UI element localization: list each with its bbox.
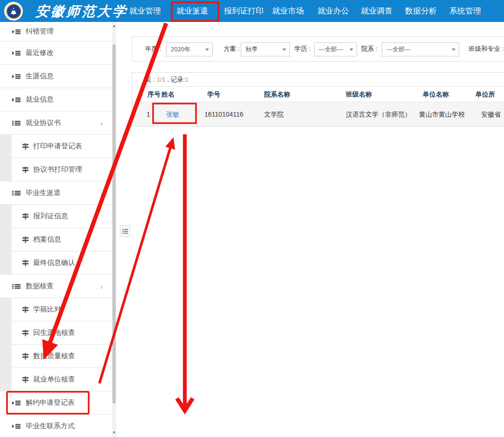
sidebar-item-label: 最近修改 bbox=[26, 49, 54, 57]
sidebar-item-student-source-info[interactable]: 生源信息 bbox=[0, 65, 112, 88]
list-icon bbox=[12, 120, 21, 126]
sidebar-collapse-handle[interactable] bbox=[120, 225, 130, 237]
col-header-department: 院系名称 bbox=[264, 87, 290, 102]
chevron-right-icon: › bbox=[100, 189, 103, 197]
scroll-up-icon[interactable]: ▲ bbox=[112, 23, 116, 29]
sidebar-item-data-quality-check[interactable]: 数据质量核查 bbox=[12, 345, 112, 368]
table-row: 1 张敏 16110104116 文学院 汉语言文学（非师范） 黄山市黄山学校 … bbox=[132, 102, 504, 127]
list-arrow-icon bbox=[12, 400, 21, 406]
cell-department: 文学院 bbox=[264, 102, 284, 127]
student-name-link[interactable]: 张敏 bbox=[166, 102, 179, 127]
sidebar-item-registration-card-info[interactable]: 报到证信息 bbox=[12, 205, 112, 228]
sidebar-item-print-application-form[interactable]: 打印申请登记表 bbox=[12, 135, 112, 158]
sidebar-item-label: 生源信息 bbox=[26, 72, 54, 81]
nav-employment-dispatch[interactable]: 就业派遣 bbox=[176, 0, 208, 22]
milestone-icon bbox=[22, 260, 29, 266]
degree-select-value: ---全部--- bbox=[319, 46, 343, 53]
col-header-employer: 单位名称 bbox=[423, 87, 449, 102]
nav-data-analysis[interactable]: 数据分析 bbox=[405, 0, 437, 22]
milestone-icon bbox=[22, 143, 29, 150]
milestone-icon bbox=[22, 166, 29, 173]
nav-employment-survey[interactable]: 就业调查 bbox=[361, 0, 392, 22]
sidebar-item-agreement-print-management[interactable]: 协议书打印管理 bbox=[12, 158, 112, 181]
nav-employment-management[interactable]: 就业管理 bbox=[129, 0, 161, 22]
records-count: 1 bbox=[185, 76, 189, 83]
sidebar-item-label: 报到证信息 bbox=[33, 212, 68, 221]
degree-filter-label: 学历 : bbox=[294, 37, 311, 61]
sidebar-item-data-verification[interactable]: 数据核查 › bbox=[0, 275, 112, 298]
table-header-row: 序号 姓名 学号 院系名称 班级名称 单位名称 单位所 bbox=[132, 87, 504, 102]
sidebar-item-student-status-comparison[interactable]: 学籍比对 bbox=[12, 298, 112, 321]
sidebar-menu: 纠错管理 最近修改 生源信息 就业信息 就业协议书 › 打印申请登记表 协议书打… bbox=[0, 22, 112, 437]
plan-filter-label: 方案 : bbox=[224, 37, 240, 61]
cell-index: 1 bbox=[147, 102, 150, 127]
scrollbar-thumb[interactable] bbox=[112, 44, 116, 403]
top-navigation-bar: 安徽师范大学 就业管理 就业派遣 报到证打印 就业市场 就业办公 就业调查 数据… bbox=[0, 0, 504, 22]
cell-student-id: 16110104116 bbox=[204, 102, 244, 127]
cell-employer-location: 安徽省 bbox=[481, 102, 501, 127]
list-arrow-icon bbox=[12, 28, 21, 35]
nav-system-management[interactable]: 系统管理 bbox=[449, 0, 481, 22]
filter-panel: 年度 : 2020年 方案 : 秋季 学历 : ---全部--- 院系 : --… bbox=[132, 36, 504, 62]
nav-job-market[interactable]: 就业市场 bbox=[272, 0, 304, 22]
degree-select[interactable]: ---全部--- bbox=[314, 42, 357, 56]
list-icon bbox=[12, 190, 21, 196]
sidebar-item-label: 数据核查 bbox=[26, 282, 54, 291]
year-select[interactable]: 2020年 bbox=[166, 42, 213, 56]
milestone-icon bbox=[22, 376, 29, 383]
sidebar-item-final-info-confirmation[interactable]: 最终信息确认 bbox=[12, 251, 112, 275]
sidebar-item-label: 解约申请登记表 bbox=[26, 398, 75, 407]
dropdown-arrow-icon bbox=[452, 49, 455, 51]
sidebar-item-termination-application-form[interactable]: 解约申请登记表 bbox=[0, 391, 112, 415]
milestone-icon bbox=[22, 330, 29, 336]
sidebar-item-employment-agreement[interactable]: 就业协议书 › bbox=[0, 111, 112, 135]
class-major-filter-label: 班级和专业 : bbox=[469, 37, 504, 61]
col-header-name: 姓名 bbox=[161, 87, 175, 102]
sidebar-item-label: 档案信息 bbox=[33, 235, 61, 244]
milestone-icon bbox=[22, 236, 29, 243]
sidebar-item-employment-info[interactable]: 就业信息 bbox=[0, 88, 112, 111]
department-filter-label: 院系 : bbox=[361, 37, 378, 61]
list-arrow-icon bbox=[12, 73, 21, 80]
sidebar-item-label: 数据质量核查 bbox=[33, 352, 75, 361]
sidebar-item-employer-check[interactable]: 就业单位核查 bbox=[12, 368, 112, 391]
scroll-down-icon[interactable]: ▼ bbox=[112, 430, 116, 436]
nav-registration-card-print[interactable]: 报到证打印 bbox=[224, 0, 264, 22]
collapse-icon bbox=[122, 229, 128, 234]
year-filter-label: 年度 : bbox=[145, 37, 161, 61]
list-icon bbox=[12, 283, 21, 290]
milestone-icon bbox=[22, 306, 29, 313]
col-header-student-id: 学号 bbox=[207, 87, 220, 102]
sidebar-item-recent-changes[interactable]: 最近修改 bbox=[0, 42, 112, 65]
list-arrow-icon bbox=[12, 97, 21, 103]
department-select[interactable]: ---全部--- bbox=[382, 42, 459, 56]
pagination-bar: 页 : 1/1 , 记录:1 bbox=[132, 73, 504, 87]
sidebar-item-label: 毕业生派遣 bbox=[26, 188, 61, 197]
department-select-value: ---全部--- bbox=[386, 46, 411, 53]
milestone-icon bbox=[22, 353, 29, 360]
sidebar-item-graduate-contact-info[interactable]: 毕业生联系方式 bbox=[0, 415, 112, 437]
page-value: 1/1 bbox=[157, 76, 166, 83]
sidebar-item-error-correction[interactable]: 纠错管理 bbox=[0, 22, 112, 42]
sidebar-item-hometown-return-check[interactable]: 回生源地核查 bbox=[12, 321, 112, 345]
page-label: 页 : bbox=[145, 76, 157, 83]
chevron-right-icon: › bbox=[100, 282, 103, 290]
sidebar-item-archive-info[interactable]: 档案信息 bbox=[12, 228, 112, 251]
results-table-panel: 页 : 1/1 , 记录:1 序号 姓名 学号 院系名称 班级名称 单位名称 单… bbox=[132, 72, 504, 127]
dropdown-arrow-icon bbox=[205, 49, 209, 51]
list-arrow-icon bbox=[12, 50, 21, 56]
milestone-icon bbox=[22, 213, 29, 220]
sidebar-item-label: 协议书打印管理 bbox=[33, 165, 82, 174]
sidebar-item-label: 就业信息 bbox=[26, 95, 54, 104]
sidebar-item-graduate-dispatch[interactable]: 毕业生派遣 › bbox=[0, 181, 112, 205]
nav-employment-office[interactable]: 就业办公 bbox=[317, 0, 349, 22]
sidebar-scrollbar[interactable]: ▲ ▼ bbox=[112, 22, 116, 437]
cell-employer: 黄山市黄山学校 bbox=[419, 102, 465, 127]
sidebar-item-label: 回生源地核查 bbox=[33, 328, 75, 337]
university-name: 安徽师范大学 bbox=[35, 2, 129, 21]
col-header-index: 序号 bbox=[147, 87, 161, 102]
sidebar-item-label: 打印申请登记表 bbox=[33, 142, 82, 151]
plan-select[interactable]: 秋季 bbox=[241, 42, 290, 56]
university-seal-icon bbox=[4, 2, 23, 21]
chevron-right-icon: › bbox=[100, 119, 103, 127]
